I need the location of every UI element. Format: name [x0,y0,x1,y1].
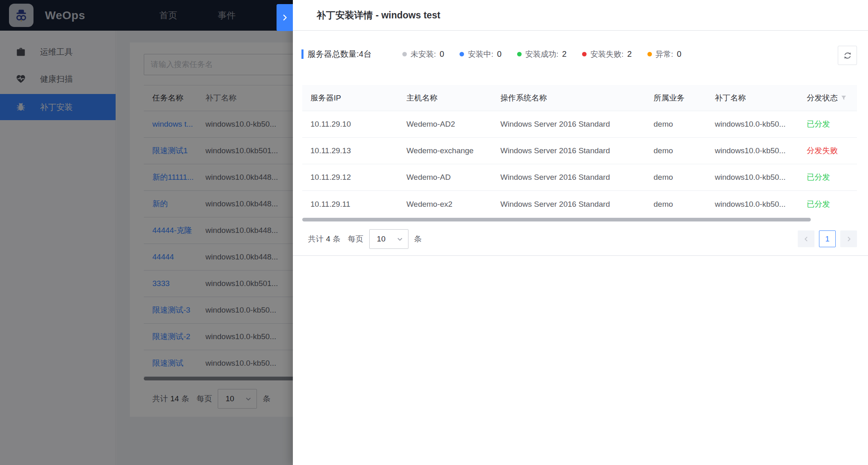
stat-value: 0 [677,49,681,59]
stat-value: 2 [562,49,567,59]
status-cell: 分发失败 [799,145,857,156]
status-dot [582,52,587,56]
filter-funnel-icon[interactable] [841,95,847,101]
patch-cell: windows10.0-kb50... [707,200,799,209]
column-header-patch: 补丁名称 [707,93,799,103]
business-cell: demo [645,200,707,209]
patch-cell: windows10.0-kb50... [707,120,799,129]
server-table-header: 服务器IP 主机名称 操作系统名称 所属业务 补丁名称 分发状态 [302,85,857,111]
total-unit: 条 [333,234,341,244]
drawer-collapse-button[interactable] [277,4,293,31]
hostname-cell: Wedemo-exchange [398,146,492,155]
server-row: 10.11.29.12 Wedemo-AD Windows Server 201… [302,164,857,191]
server-row: 10.11.29.11 Wedemo-ex2 Windows Server 20… [302,191,857,217]
divider [293,255,868,256]
drawer-title: 补丁安装详情 - windows test [317,9,440,22]
drawer-summary-row: 服务器总数量:4台 未安装: 0 安装中: 0 安装成功: 2 安装失败: 2 [293,31,868,78]
patch-cell: windows10.0-kb50... [707,146,799,155]
status-stats: 未安装: 0 安装中: 0 安装成功: 2 安装失败: 2 异常: 0 [402,31,681,78]
os-cell: Windows Server 2016 Standard [492,200,645,209]
stat-label: 安装成功: [525,49,558,60]
page-number-button[interactable]: 1 [819,230,836,247]
stat-value: 0 [440,49,444,59]
chevron-down-icon [397,236,403,242]
status-dot [517,52,522,56]
per-page-unit: 条 [414,234,422,244]
accent-bar [301,49,303,59]
server-ip-cell: 10.11.29.11 [302,200,398,209]
drawer-pagination: 共计 4 条 每页 10 条 1 [302,222,857,255]
drawer-header: 补丁安装详情 - windows test [293,0,868,31]
status-dot [460,52,464,56]
stat-label: 安装中: [468,49,493,60]
column-header-hostname: 主机名称 [398,93,492,103]
stat-not-installed: 未安装: 0 [402,49,444,60]
business-cell: demo [645,120,707,129]
status-cell: 已分发 [799,119,857,130]
chevron-right-icon [280,13,289,22]
server-row: 10.11.29.10 Wedemo-AD2 Windows Server 20… [302,111,857,138]
server-total-label: 服务器总数量:4台 [308,49,372,60]
next-page-button[interactable] [840,230,857,247]
hostname-cell: Wedemo-AD2 [398,120,492,129]
column-header-server-ip: 服务器IP [302,93,398,103]
chevron-left-icon [803,236,810,242]
stat-label: 异常: [656,49,673,60]
status-dot [647,52,652,56]
server-table: 服务器IP 主机名称 操作系统名称 所属业务 补丁名称 分发状态 10.11.2… [302,85,857,217]
total-count: 4 [326,235,330,244]
os-cell: Windows Server 2016 Standard [492,173,645,182]
status-cell: 已分发 [799,172,857,183]
hostname-cell: Wedemo-AD [398,173,492,182]
stat-value: 0 [497,49,502,59]
stat-success: 安装成功: 2 [517,49,567,60]
server-ip-cell: 10.11.29.12 [302,173,398,182]
per-page-label: 每页 [348,234,364,244]
chevron-right-icon [846,236,852,242]
stat-installing: 安装中: 0 [460,49,501,60]
refresh-button[interactable] [838,46,857,65]
prev-page-button[interactable] [798,230,814,247]
hostname-cell: Wedemo-ex2 [398,200,492,209]
status-dot [402,52,407,56]
horizontal-scrollbar[interactable] [302,218,857,222]
stat-abnormal: 异常: 0 [647,49,681,60]
per-page-value: 10 [377,235,386,244]
total-label: 共计 [308,234,324,244]
stat-value: 2 [627,49,632,59]
status-cell: 已分发 [799,199,857,210]
modal-dim-overlay[interactable] [0,0,293,465]
server-total: 服务器总数量:4台 [301,31,372,78]
stat-failed: 安装失败: 2 [582,49,631,60]
column-header-status: 分发状态 [799,93,857,103]
server-ip-cell: 10.11.29.13 [302,146,398,155]
status-header-label: 分发状态 [807,93,838,103]
patch-cell: windows10.0-kb50... [707,173,799,182]
server-row: 10.11.29.13 Wedemo-exchange Windows Serv… [302,138,857,164]
column-header-os: 操作系统名称 [492,93,645,103]
os-cell: Windows Server 2016 Standard [492,146,645,155]
stat-label: 安装失败: [590,49,623,60]
patch-detail-drawer: 补丁安装详情 - windows test 服务器总数量:4台 未安装: 0 安… [293,0,868,465]
column-header-business: 所属业务 [645,93,707,103]
scrollbar-thumb[interactable] [302,218,811,221]
business-cell: demo [645,146,707,155]
stat-label: 未安装: [411,49,436,60]
refresh-icon [843,51,852,60]
os-cell: Windows Server 2016 Standard [492,120,645,129]
per-page-select[interactable]: 10 [369,229,408,249]
server-ip-cell: 10.11.29.10 [302,120,398,129]
business-cell: demo [645,173,707,182]
